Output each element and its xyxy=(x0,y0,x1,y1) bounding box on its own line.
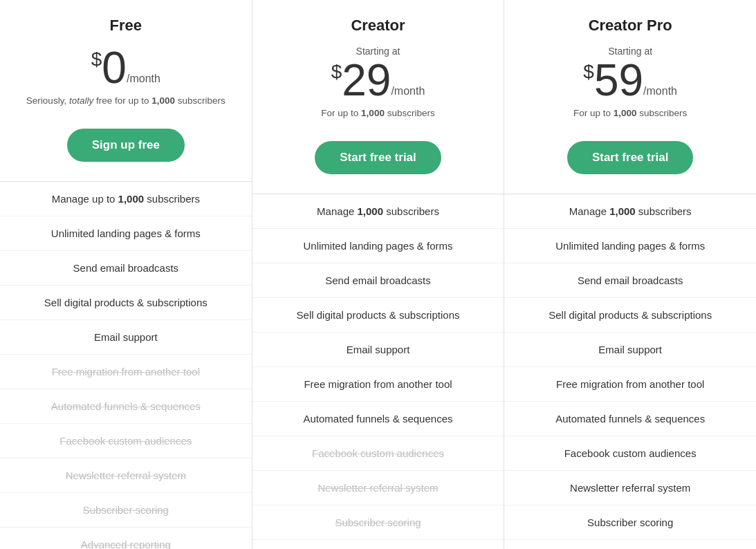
plan-free: Free$0/monthSeriously, totally free for … xyxy=(0,0,252,549)
feature-item-creator-10: Advanced reporting xyxy=(252,540,504,549)
feature-item-creator-pro-0: Manage 1,000 subscribers xyxy=(504,194,756,229)
plan-name-creator: Creator xyxy=(266,17,490,35)
feature-item-free-9: Subscriber scoring xyxy=(0,493,252,528)
feature-item-creator-6: Automated funnels & sequences xyxy=(252,402,504,436)
feature-item-free-8: Newsletter referral system xyxy=(0,458,252,493)
cta-button-creator-pro[interactable]: Start free trial xyxy=(567,141,694,174)
price-note-free: Seriously, totally free for up to 1,000 … xyxy=(14,94,238,108)
feature-item-creator-pro-8: Newsletter referral system xyxy=(504,471,756,505)
plan-header-creator-pro: Creator ProStarting at$59/monthFor up to… xyxy=(504,0,756,194)
feature-item-creator-1: Unlimited landing pages & forms xyxy=(252,229,504,263)
feature-item-creator-pro-10: Advanced reporting xyxy=(504,540,756,549)
price-amount-free: 0 xyxy=(102,46,127,90)
price-note-creator: For up to 1,000 subscribers xyxy=(266,106,490,120)
feature-item-creator-pro-9: Subscriber scoring xyxy=(504,505,756,540)
price-dollar-creator-pro: $ xyxy=(583,62,594,82)
feature-item-creator-9: Subscriber scoring xyxy=(252,505,504,540)
feature-item-creator-5: Free migration from another tool xyxy=(252,367,504,402)
feature-item-creator-4: Email support xyxy=(252,333,504,367)
feature-item-free-3: Sell digital products & subscriptions xyxy=(0,286,252,320)
price-period-creator: /month xyxy=(391,86,425,97)
plan-features-free: Manage up to 1,000 subscribersUnlimited … xyxy=(0,182,252,549)
feature-item-free-4: Email support xyxy=(0,320,252,355)
feature-item-creator-2: Send email broadcasts xyxy=(252,263,504,298)
feature-item-free-10: Advanced reporting xyxy=(0,528,252,549)
price-main-free: $0/month xyxy=(14,46,238,90)
feature-item-creator-0: Manage 1,000 subscribers xyxy=(252,194,504,229)
feature-item-creator-pro-4: Email support xyxy=(504,333,756,367)
price-dollar-creator: $ xyxy=(331,62,342,82)
price-note-creator-pro: For up to 1,000 subscribers xyxy=(518,106,742,120)
feature-item-creator-pro-3: Sell digital products & subscriptions xyxy=(504,298,756,333)
price-amount-creator-pro: 59 xyxy=(594,58,643,102)
feature-item-creator-3: Sell digital products & subscriptions xyxy=(252,298,504,333)
feature-item-creator-pro-5: Free migration from another tool xyxy=(504,367,756,402)
price-period-creator-pro: /month xyxy=(643,86,677,97)
plan-name-free: Free xyxy=(14,17,238,35)
price-period-free: /month xyxy=(127,73,160,84)
feature-item-creator-8: Newsletter referral system xyxy=(252,471,504,505)
feature-item-free-7: Facebook custom audiences xyxy=(0,424,252,458)
feature-item-free-5: Free migration from another tool xyxy=(0,355,252,389)
feature-item-free-0: Manage up to 1,000 subscribers xyxy=(0,182,252,216)
feature-item-creator-pro-1: Unlimited landing pages & forms xyxy=(504,229,756,263)
plan-header-free: Free$0/monthSeriously, totally free for … xyxy=(0,0,252,182)
plan-name-creator-pro: Creator Pro xyxy=(518,17,742,35)
feature-item-free-1: Unlimited landing pages & forms xyxy=(0,216,252,251)
price-block-creator: Starting at$29/monthFor up to 1,000 subs… xyxy=(266,46,490,120)
price-amount-creator: 29 xyxy=(342,58,391,102)
price-block-free: $0/monthSeriously, totally free for up t… xyxy=(14,46,238,108)
price-block-creator-pro: Starting at$59/monthFor up to 1,000 subs… xyxy=(518,46,742,120)
plan-features-creator: Manage 1,000 subscribersUnlimited landin… xyxy=(252,194,504,549)
feature-item-free-2: Send email broadcasts xyxy=(0,251,252,286)
feature-item-creator-7: Facebook custom audiences xyxy=(252,436,504,471)
cta-button-creator[interactable]: Start free trial xyxy=(315,141,441,174)
feature-item-creator-pro-6: Automated funnels & sequences xyxy=(504,402,756,436)
feature-item-free-6: Automated funnels & sequences xyxy=(0,389,252,424)
feature-item-creator-pro-7: Facebook custom audiences xyxy=(504,436,756,471)
cta-button-free[interactable]: Sign up free xyxy=(67,129,185,162)
pricing-table: Free$0/monthSeriously, totally free for … xyxy=(0,0,756,549)
plan-header-creator: CreatorStarting at$29/monthFor up to 1,0… xyxy=(252,0,504,194)
feature-item-creator-pro-2: Send email broadcasts xyxy=(504,263,756,298)
plan-creator-pro: Creator ProStarting at$59/monthFor up to… xyxy=(504,0,756,549)
price-main-creator-pro: $59/month xyxy=(518,58,742,102)
price-dollar-free: $ xyxy=(91,50,102,69)
plan-features-creator-pro: Manage 1,000 subscribersUnlimited landin… xyxy=(504,194,756,549)
price-main-creator: $29/month xyxy=(266,58,490,102)
plan-creator: CreatorStarting at$29/monthFor up to 1,0… xyxy=(252,0,505,549)
